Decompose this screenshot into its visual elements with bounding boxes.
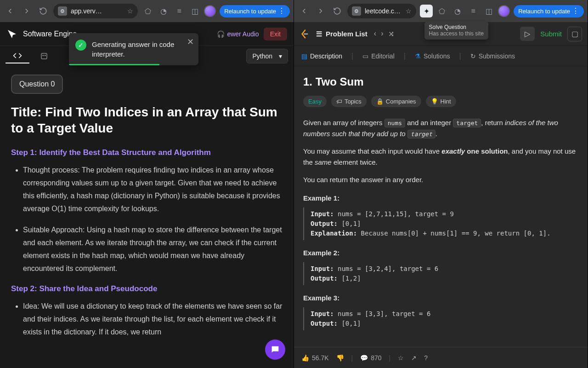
example-label: Example 3: xyxy=(303,293,578,304)
back-button[interactable] xyxy=(4,5,17,17)
code-token: target xyxy=(453,119,481,127)
question-chip[interactable]: Question 0 xyxy=(11,75,63,94)
example-code: Input: nums = [3,2,4], target = 6 Output… xyxy=(303,262,578,285)
list-icon: ☰ xyxy=(316,30,322,38)
ai-tab[interactable] xyxy=(33,49,55,63)
interviewer-audio-button[interactable]: 🎧 ewer Audio xyxy=(217,30,259,38)
relaunch-button[interactable]: Relaunch to update ⋮ xyxy=(220,5,290,17)
example-label: Example 2: xyxy=(303,247,578,259)
like-button[interactable]: 👍56.7K xyxy=(301,354,329,362)
toast-message: Generating answer in code interpreter. xyxy=(92,40,180,59)
tab-submissions[interactable]: ↻ Submissions xyxy=(470,52,515,60)
profile-avatar[interactable] xyxy=(204,5,216,17)
svg-point-1 xyxy=(43,55,44,56)
forward-button[interactable] xyxy=(20,5,33,17)
star-button[interactable]: ☆ xyxy=(398,354,404,362)
thumbs-down-icon: 👎 xyxy=(336,354,344,362)
code-tab[interactable] xyxy=(6,49,29,63)
tab-solutions[interactable]: ⚗ Solutions xyxy=(415,52,450,60)
read-later-icon[interactable]: ◔ xyxy=(157,5,170,17)
main-content: Question 0 Title: Find Two Indices in an… xyxy=(0,66,294,368)
comments-button[interactable]: 💬870 xyxy=(360,354,381,362)
reload-button[interactable] xyxy=(331,5,344,17)
dislike-button[interactable]: 👎 xyxy=(336,354,344,362)
toast-progress xyxy=(69,64,159,65)
tab-separator: | xyxy=(404,52,406,60)
chip-label: Topics xyxy=(345,98,362,105)
step1-heading: Step 1: Identify the Best Data Structure… xyxy=(11,148,283,157)
companies-chip[interactable]: 🔒Companies xyxy=(371,96,421,107)
code-token: target xyxy=(407,130,435,138)
solve-question-extension-icon[interactable]: ✦ xyxy=(420,5,433,17)
like-count: 56.7K xyxy=(312,354,329,362)
help-button[interactable]: ? xyxy=(424,354,428,362)
comment-icon: 💬 xyxy=(360,354,368,362)
tab-separator: | xyxy=(351,52,353,60)
sidepanel-icon[interactable]: ◫ xyxy=(188,5,201,17)
topics-chip[interactable]: 🏷Topics xyxy=(331,96,367,107)
problem-description: Given an array of integers nums and an i… xyxy=(303,117,578,330)
media-icon[interactable]: ≡ xyxy=(173,5,186,17)
notes-button[interactable]: ▢ xyxy=(567,27,582,41)
flask-icon: ⚗ xyxy=(415,52,421,60)
leetcode-logo-icon[interactable] xyxy=(300,28,310,40)
browser-toolbar: ⚙ leetcode.com/problems… ☆ ✦ ⬠ ◔ ≡ ◫ Rel… xyxy=(294,0,588,22)
forward-button[interactable] xyxy=(314,5,327,17)
checkmark-icon: ✓ xyxy=(75,40,86,51)
list-item: Thought process: The problem requires fi… xyxy=(23,164,283,215)
share-button[interactable]: ↗ xyxy=(411,354,417,362)
question-icon: ? xyxy=(424,354,428,362)
run-button[interactable]: ▷ xyxy=(520,27,535,41)
submit-button[interactable]: Submit xyxy=(540,30,562,38)
clock-icon: ↻ xyxy=(470,52,476,60)
tooltip-title: Solve Question xyxy=(429,24,484,30)
address-bar[interactable]: ⚙ leetcode.com/problems… ☆ xyxy=(347,4,416,18)
exit-button[interactable]: Exit xyxy=(264,28,287,40)
tooltip-subtitle: Has access to this site xyxy=(429,30,484,37)
book-icon: ▭ xyxy=(362,52,368,60)
reload-button[interactable] xyxy=(37,5,50,17)
hint-chip[interactable]: 💡Hint xyxy=(426,96,456,107)
back-button[interactable] xyxy=(298,5,311,17)
read-later-icon[interactable]: ◔ xyxy=(451,5,464,17)
chip-label: Companies xyxy=(386,98,416,105)
extension-tooltip: Solve Question Has access to this site xyxy=(424,21,488,40)
extensions-icon[interactable]: ⬠ xyxy=(435,5,448,17)
profile-avatar[interactable] xyxy=(498,5,510,17)
toast-close-button[interactable]: ✕ xyxy=(187,37,194,47)
site-settings-icon: ⚙ xyxy=(352,6,361,16)
browser-toolbar: ⚙ app.verv… ☆ ⬠ ◔ ≡ ◫ Relaunch to update… xyxy=(0,0,294,22)
chat-bubble-button[interactable] xyxy=(265,339,285,360)
sidepanel-icon[interactable]: ◫ xyxy=(482,5,495,17)
tab-description[interactable]: ▤ Description xyxy=(301,52,342,60)
tab-separator: | xyxy=(459,52,461,60)
thumbs-up-icon: 👍 xyxy=(301,354,309,362)
next-problem-button[interactable]: › xyxy=(381,29,383,38)
language-label: Python xyxy=(252,52,272,60)
chevron-down-icon: ▾ xyxy=(279,52,282,60)
problem-list-button[interactable]: ☰ Problem List xyxy=(316,30,368,38)
tab-label: Description xyxy=(310,52,342,60)
address-bar[interactable]: ⚙ app.verv… ☆ xyxy=(53,4,138,18)
shuffle-button[interactable]: ⤨ xyxy=(388,29,394,38)
code-token: nums xyxy=(384,119,405,127)
tab-label: Submissions xyxy=(479,52,515,60)
tab-editorial[interactable]: ▭ Editorial xyxy=(362,52,395,60)
extension-icon[interactable]: ⬠ xyxy=(141,5,154,17)
tab-label: Editorial xyxy=(371,52,395,60)
example-code: Input: nums = [3,3], target = 6 Output: … xyxy=(303,307,578,330)
bookmark-icon[interactable]: ☆ xyxy=(127,7,133,15)
problem-list-label: Problem List xyxy=(326,30,368,38)
external-link-icon: ↗ xyxy=(411,354,417,362)
language-selector[interactable]: Python ▾ xyxy=(246,49,288,63)
bookmark-icon[interactable]: ☆ xyxy=(406,7,412,15)
prev-problem-button[interactable]: ‹ xyxy=(374,29,376,38)
lightbulb-icon: 💡 xyxy=(431,98,438,105)
media-icon[interactable]: ≡ xyxy=(467,5,480,17)
list-item: Idea: We will use a dictionary to keep t… xyxy=(23,300,283,339)
step2-heading: Step 2: Share the Idea and Pseudocode xyxy=(11,284,283,293)
svg-point-2 xyxy=(45,55,46,56)
relaunch-button[interactable]: Relaunch to update ⋮ xyxy=(514,5,584,17)
problem-title: Title: Find Two Indices in an Array that… xyxy=(11,104,283,136)
svg-rect-0 xyxy=(41,53,47,59)
